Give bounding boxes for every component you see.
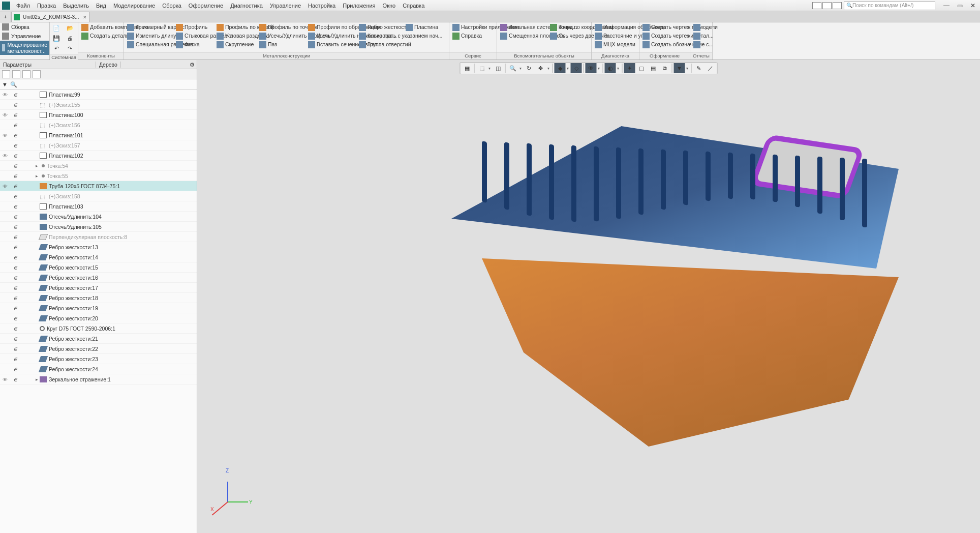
- visibility-icon[interactable]: [3, 112, 8, 118]
- expand-icon[interactable]: ▸: [34, 163, 40, 168]
- tree-item[interactable]: ∈(+)Эскиз:155: [0, 100, 197, 110]
- profile-button[interactable]: Профиль: [175, 23, 215, 32]
- special-cut-button[interactable]: Специальная разделка: [126, 41, 174, 49]
- change-length-button[interactable]: Изменить длину: [126, 32, 174, 40]
- profile-points-button[interactable]: Профиль по точкам: [258, 23, 306, 32]
- visibility-icon[interactable]: [3, 132, 8, 138]
- include-icon[interactable]: ∈: [10, 244, 20, 250]
- tree-item[interactable]: ∈Ребро жесткости:13: [0, 242, 197, 252]
- document-tab[interactable]: Unit02s_Z_KOMPAS-3... ✕: [11, 12, 89, 22]
- tree-item[interactable]: ∈Ребро жесткости:23: [0, 354, 197, 364]
- undo-icon[interactable]: ↶: [51, 44, 62, 53]
- trim-profile-button[interactable]: Усечь/Удлинить профиль: [258, 32, 306, 40]
- tree-item[interactable]: ∈Ребро жесткости:14: [0, 252, 197, 262]
- menu-Моделирование[interactable]: Моделирование: [110, 2, 158, 10]
- menu-Файл[interactable]: Файл: [13, 2, 33, 10]
- tree-item[interactable]: ∈Труба 120x5 ГОСТ 8734-75:1: [0, 181, 197, 191]
- lcs-button[interactable]: Локальная система коорд...: [499, 23, 548, 32]
- report-button-1[interactable]: [692, 23, 701, 32]
- chamfer-button[interactable]: Фаска: [175, 41, 215, 49]
- include-icon[interactable]: ∈: [10, 153, 20, 159]
- include-icon[interactable]: ∈: [10, 102, 20, 108]
- tree-item[interactable]: ∈Пластина:99: [0, 90, 197, 100]
- report-button-2[interactable]: [692, 32, 701, 40]
- visibility-icon[interactable]: [3, 183, 8, 189]
- search-icon[interactable]: 🔍: [10, 81, 16, 87]
- save-icon[interactable]: 💾: [51, 34, 62, 43]
- menu-Правка[interactable]: Правка: [34, 2, 59, 10]
- print-icon[interactable]: 🖨: [65, 34, 76, 43]
- insert-section-button[interactable]: Вставить сечение из кат...: [307, 41, 357, 49]
- tree-tool-3[interactable]: [22, 70, 30, 78]
- open-file-icon[interactable]: 📂: [65, 23, 76, 33]
- include-icon[interactable]: ∈: [10, 173, 20, 179]
- offset-plane-button[interactable]: Смещенная плоскость: [499, 32, 548, 40]
- expand-icon[interactable]: ▸: [34, 173, 40, 179]
- profiles-by-guides-button[interactable]: Профили по образующим: [307, 23, 357, 32]
- tree-item[interactable]: ∈Пластина:101: [0, 130, 197, 140]
- angle-cut-button[interactable]: Угловая разделка: [216, 32, 257, 40]
- tree-item[interactable]: ∈▸Точка:55: [0, 171, 197, 181]
- include-icon[interactable]: ∈: [10, 376, 20, 382]
- include-icon[interactable]: ∈: [10, 346, 20, 352]
- 3d-viewport[interactable]: ▦ ⬚▼ ◫ 🔍▼ ↻ ✥▼ ◆▼ ◇ 👁▼ ◐▼ ✦ ▢ ▤ ⧉ ▼▼ ✎ ／: [197, 60, 980, 533]
- layout-icons[interactable]: [812, 2, 842, 9]
- include-icon[interactable]: ∈: [10, 336, 20, 342]
- menu-Окно[interactable]: Окно: [380, 2, 399, 10]
- frame3d-button[interactable]: Трехмерный каркас: [126, 23, 174, 32]
- rib-button[interactable]: Ребро жесткости: [358, 23, 404, 32]
- vp-zoom-icon[interactable]: 🔍: [507, 63, 518, 73]
- tree-item[interactable]: ∈Ребро жесткости:20: [0, 313, 197, 323]
- vp-pan-icon[interactable]: ✥: [535, 63, 546, 73]
- new-tab-button[interactable]: +: [0, 12, 11, 22]
- tree-item[interactable]: ∈(+)Эскиз:158: [0, 191, 197, 201]
- tree-item[interactable]: ∈Ребро жесткости:17: [0, 283, 197, 293]
- include-icon[interactable]: ∈: [10, 183, 20, 189]
- menu-Оформление[interactable]: Оформление: [186, 2, 226, 10]
- axis-2pt-button[interactable]: Ось через две точки: [549, 32, 591, 40]
- slot-button[interactable]: Паз: [258, 41, 306, 49]
- include-icon[interactable]: ∈: [10, 132, 20, 138]
- butt-cut-button[interactable]: Стыковая разделка: [175, 32, 215, 40]
- include-icon[interactable]: ∈: [10, 305, 20, 311]
- axis-gizmo[interactable]: Z Y X: [212, 472, 253, 513]
- menu-Справка[interactable]: Справка: [400, 2, 427, 10]
- include-icon[interactable]: ∈: [10, 254, 20, 260]
- copy-button[interactable]: Копировать с указанием нач...: [358, 32, 404, 40]
- tree-item[interactable]: ∈(+)Эскиз:157: [0, 140, 197, 151]
- vp-ortho-icon[interactable]: ◫: [493, 63, 504, 73]
- menu-Управление[interactable]: Управление: [267, 2, 304, 10]
- visibility-icon[interactable]: [3, 92, 8, 98]
- report-button-3[interactable]: [692, 41, 701, 49]
- tree-item[interactable]: ∈Ребро жесткости:21: [0, 334, 197, 344]
- mode-manage-button[interactable]: Управление: [0, 32, 49, 41]
- menu-Приложения[interactable]: Приложения: [340, 2, 378, 10]
- vp-box-icon[interactable]: ▢: [636, 63, 647, 73]
- visibility-icon[interactable]: [3, 376, 8, 382]
- tree-item[interactable]: ∈Ребро жесткости:18: [0, 293, 197, 303]
- vp-view-icon[interactable]: ⬚: [476, 63, 487, 73]
- tree-tool-2[interactable]: [12, 70, 20, 78]
- include-icon[interactable]: ∈: [10, 315, 20, 321]
- include-icon[interactable]: ∈: [10, 224, 20, 230]
- menu-Сборка[interactable]: Сборка: [159, 2, 185, 10]
- funnel-icon[interactable]: ▼: [2, 81, 8, 87]
- expand-icon[interactable]: ▸: [34, 377, 40, 382]
- vp-hide-icon[interactable]: 👁: [586, 63, 597, 73]
- layout-icon-2[interactable]: [822, 2, 832, 9]
- vp-layers-icon[interactable]: ▤: [648, 63, 659, 73]
- include-icon[interactable]: ∈: [10, 203, 20, 210]
- include-icon[interactable]: ∈: [10, 275, 20, 281]
- tree-item[interactable]: ∈Перпендикулярная плоскость:8: [0, 232, 197, 242]
- tree-item[interactable]: ∈Ребро жесткости:16: [0, 273, 197, 283]
- minimize-button[interactable]: —: [941, 2, 952, 10]
- vp-filter-icon[interactable]: ▼: [674, 63, 685, 73]
- tree-tool-1[interactable]: [2, 70, 10, 78]
- panel-tab-params[interactable]: Параметры: [0, 62, 35, 68]
- point-coord-button[interactable]: Точка по координатам: [549, 23, 591, 32]
- include-icon[interactable]: ∈: [10, 92, 20, 98]
- layout-icon-3[interactable]: [833, 2, 842, 9]
- fillet-button[interactable]: Скругление: [216, 41, 257, 49]
- panel-tab-tree[interactable]: Дерево: [96, 62, 121, 68]
- tree-item[interactable]: ∈Пластина:100: [0, 110, 197, 120]
